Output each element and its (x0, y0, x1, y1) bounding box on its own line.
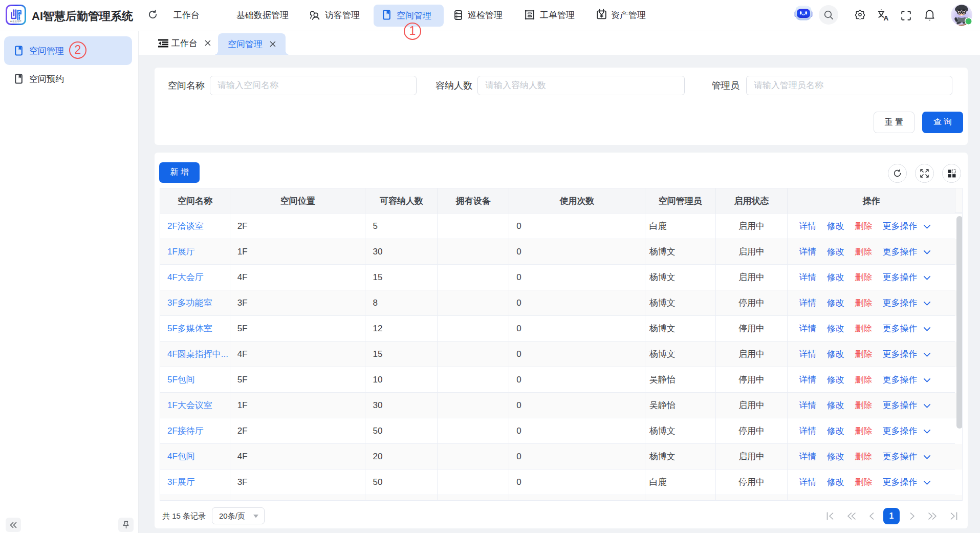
svg-text:AI企业管理: AI企业管理 (10, 20, 22, 23)
svg-text:A: A (884, 14, 889, 22)
